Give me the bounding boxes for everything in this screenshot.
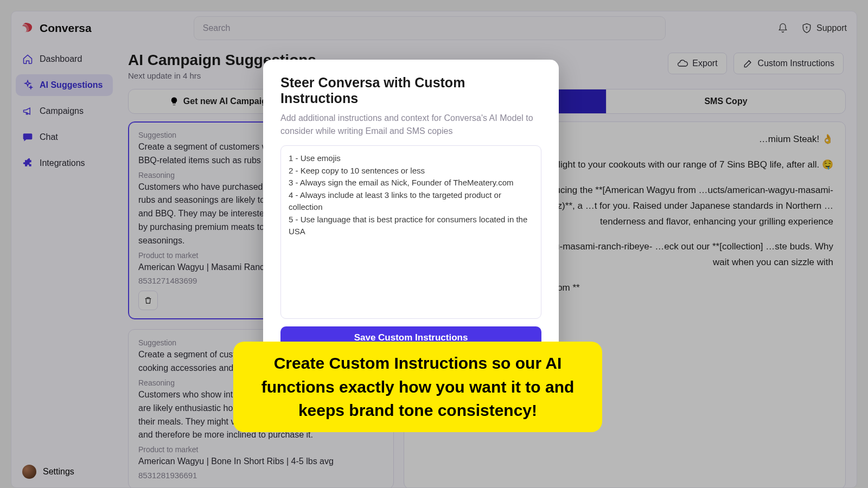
custom-instructions-textarea[interactable] xyxy=(280,145,541,319)
promo-callout: Create Custom Instructions so our AI fun… xyxy=(233,342,602,432)
modal-title: Steer Conversa with Custom Instructions xyxy=(280,75,541,106)
custom-instructions-modal: Steer Conversa with Custom Instructions … xyxy=(263,60,559,365)
modal-description: Add additional instructions and context … xyxy=(280,112,541,138)
